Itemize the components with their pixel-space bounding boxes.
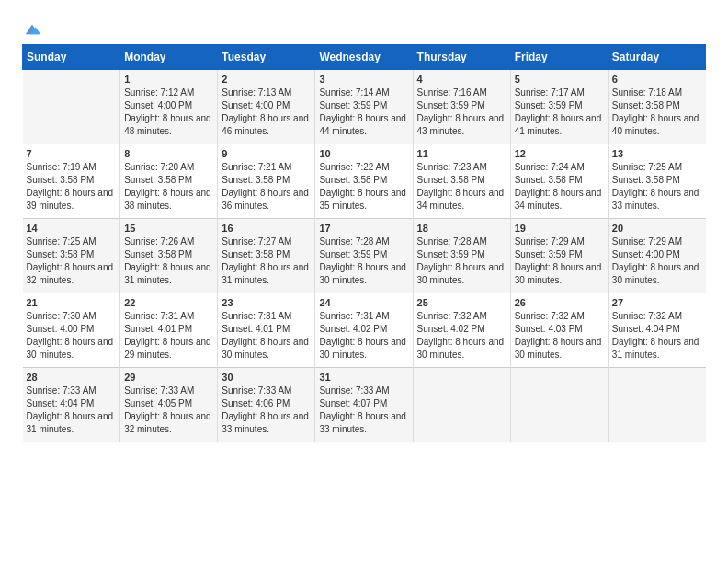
day-info: Sunrise: 7:29 AM Sunset: 3:59 PM Dayligh… [515,236,604,287]
day-info: Sunrise: 7:28 AM Sunset: 3:59 PM Dayligh… [417,236,506,287]
calendar-week-3: 14Sunrise: 7:25 AM Sunset: 3:58 PM Dayli… [23,219,706,293]
calendar-cell: 27Sunrise: 7:32 AM Sunset: 4:04 PM Dayli… [608,293,705,368]
logo [22,22,40,35]
weekday-thursday: Thursday [413,45,510,70]
day-number: 13 [612,148,702,159]
day-info: Sunrise: 7:33 AM Sunset: 4:04 PM Dayligh… [27,385,117,436]
day-info: Sunrise: 7:21 AM Sunset: 3:58 PM Dayligh… [222,161,311,213]
calendar-cell: 12Sunrise: 7:24 AM Sunset: 3:58 PM Dayli… [510,144,608,219]
day-number: 8 [124,148,213,159]
day-info: Sunrise: 7:28 AM Sunset: 3:59 PM Dayligh… [319,236,408,287]
day-info: Sunrise: 7:26 AM Sunset: 3:58 PM Dayligh… [124,236,213,287]
calendar-cell: 21Sunrise: 7:30 AM Sunset: 4:00 PM Dayli… [23,293,120,368]
weekday-tuesday: Tuesday [218,45,315,70]
calendar-body: 1Sunrise: 7:12 AM Sunset: 4:00 PM Daylig… [23,70,706,442]
calendar-cell: 4Sunrise: 7:16 AM Sunset: 3:59 PM Daylig… [413,70,510,144]
page-header [22,18,706,35]
day-number: 4 [417,74,506,85]
calendar-cell: 2Sunrise: 7:13 AM Sunset: 4:00 PM Daylig… [218,70,315,144]
calendar-cell: 6Sunrise: 7:18 AM Sunset: 3:58 PM Daylig… [608,70,705,144]
calendar-cell: 25Sunrise: 7:32 AM Sunset: 4:02 PM Dayli… [413,293,510,368]
day-number: 20 [612,223,702,234]
calendar-cell: 11Sunrise: 7:23 AM Sunset: 3:58 PM Dayli… [413,144,510,219]
calendar-cell: 24Sunrise: 7:31 AM Sunset: 4:02 PM Dayli… [315,293,413,368]
calendar-cell: 23Sunrise: 7:31 AM Sunset: 4:01 PM Dayli… [218,293,315,368]
day-info: Sunrise: 7:32 AM Sunset: 4:04 PM Dayligh… [612,310,702,362]
calendar-cell: 17Sunrise: 7:28 AM Sunset: 3:59 PM Dayli… [315,219,413,293]
day-info: Sunrise: 7:33 AM Sunset: 4:07 PM Dayligh… [319,385,408,436]
day-number: 19 [515,223,604,234]
day-number: 22 [124,297,213,308]
day-info: Sunrise: 7:18 AM Sunset: 3:58 PM Dayligh… [612,86,702,138]
day-number: 24 [319,297,408,308]
day-number: 17 [319,223,408,234]
day-number: 15 [124,223,213,234]
day-number: 2 [222,74,311,85]
day-info: Sunrise: 7:13 AM Sunset: 4:00 PM Dayligh… [222,86,311,138]
day-number: 23 [222,297,311,308]
calendar-cell: 13Sunrise: 7:25 AM Sunset: 3:58 PM Dayli… [608,144,705,219]
weekday-saturday: Saturday [608,45,705,70]
day-info: Sunrise: 7:27 AM Sunset: 3:58 PM Dayligh… [222,236,311,287]
day-info: Sunrise: 7:32 AM Sunset: 4:03 PM Dayligh… [515,310,604,362]
day-number: 11 [417,148,506,159]
day-number: 25 [417,297,506,308]
calendar-cell: 3Sunrise: 7:14 AM Sunset: 3:59 PM Daylig… [315,70,413,144]
day-info: Sunrise: 7:19 AM Sunset: 3:58 PM Dayligh… [27,161,117,213]
day-number: 12 [515,148,604,159]
weekday-wednesday: Wednesday [315,45,413,70]
day-info: Sunrise: 7:20 AM Sunset: 3:58 PM Dayligh… [124,161,213,213]
calendar-cell: 15Sunrise: 7:26 AM Sunset: 3:58 PM Dayli… [120,219,218,293]
day-info: Sunrise: 7:32 AM Sunset: 4:02 PM Dayligh… [417,310,506,362]
weekday-friday: Friday [510,45,608,70]
calendar-cell: 8Sunrise: 7:20 AM Sunset: 3:58 PM Daylig… [120,144,218,219]
day-number: 3 [319,74,408,85]
calendar-cell: 30Sunrise: 7:33 AM Sunset: 4:06 PM Dayli… [218,368,315,442]
calendar-cell [608,368,705,442]
calendar-cell: 22Sunrise: 7:31 AM Sunset: 4:01 PM Dayli… [120,293,218,368]
calendar-cell: 20Sunrise: 7:29 AM Sunset: 4:00 PM Dayli… [608,219,705,293]
calendar-cell [23,70,120,144]
day-number: 16 [222,223,311,234]
calendar-cell: 5Sunrise: 7:17 AM Sunset: 3:59 PM Daylig… [510,70,608,144]
calendar-cell [510,368,608,442]
day-number: 30 [222,372,311,383]
calendar-week-2: 7Sunrise: 7:19 AM Sunset: 3:58 PM Daylig… [23,144,706,219]
calendar-table: SundayMondayTuesdayWednesdayThursdayFrid… [22,44,706,442]
calendar-cell: 29Sunrise: 7:33 AM Sunset: 4:05 PM Dayli… [120,368,218,442]
day-info: Sunrise: 7:31 AM Sunset: 4:01 PM Dayligh… [222,310,311,362]
day-info: Sunrise: 7:23 AM Sunset: 3:58 PM Dayligh… [417,161,506,213]
logo-icon [24,22,40,35]
calendar-cell: 7Sunrise: 7:19 AM Sunset: 3:58 PM Daylig… [23,144,120,219]
day-info: Sunrise: 7:33 AM Sunset: 4:06 PM Dayligh… [222,385,311,436]
day-number: 28 [27,372,117,383]
day-number: 1 [124,74,213,85]
day-info: Sunrise: 7:33 AM Sunset: 4:05 PM Dayligh… [124,385,213,436]
day-number: 10 [319,148,408,159]
weekday-header-row: SundayMondayTuesdayWednesdayThursdayFrid… [23,45,706,70]
day-number: 18 [417,223,506,234]
calendar-cell: 16Sunrise: 7:27 AM Sunset: 3:58 PM Dayli… [218,219,315,293]
calendar-cell: 28Sunrise: 7:33 AM Sunset: 4:04 PM Dayli… [23,368,120,442]
calendar-cell: 31Sunrise: 7:33 AM Sunset: 4:07 PM Dayli… [315,368,413,442]
day-number: 7 [27,148,117,159]
day-number: 5 [515,74,604,85]
weekday-monday: Monday [120,45,218,70]
day-info: Sunrise: 7:14 AM Sunset: 3:59 PM Dayligh… [319,86,408,138]
day-number: 29 [124,372,213,383]
day-number: 14 [27,223,117,234]
day-info: Sunrise: 7:24 AM Sunset: 3:58 PM Dayligh… [515,161,604,213]
calendar-cell: 9Sunrise: 7:21 AM Sunset: 3:58 PM Daylig… [218,144,315,219]
day-number: 9 [222,148,311,159]
day-info: Sunrise: 7:25 AM Sunset: 3:58 PM Dayligh… [27,236,117,287]
day-number: 27 [612,297,702,308]
day-number: 26 [515,297,604,308]
day-info: Sunrise: 7:16 AM Sunset: 3:59 PM Dayligh… [417,86,506,138]
day-info: Sunrise: 7:31 AM Sunset: 4:02 PM Dayligh… [319,310,408,362]
day-number: 6 [612,74,702,85]
calendar-cell: 14Sunrise: 7:25 AM Sunset: 3:58 PM Dayli… [23,219,120,293]
calendar-cell [413,368,510,442]
day-info: Sunrise: 7:25 AM Sunset: 3:58 PM Dayligh… [612,161,702,213]
calendar-cell: 26Sunrise: 7:32 AM Sunset: 4:03 PM Dayli… [510,293,608,368]
day-info: Sunrise: 7:22 AM Sunset: 3:58 PM Dayligh… [319,161,408,213]
